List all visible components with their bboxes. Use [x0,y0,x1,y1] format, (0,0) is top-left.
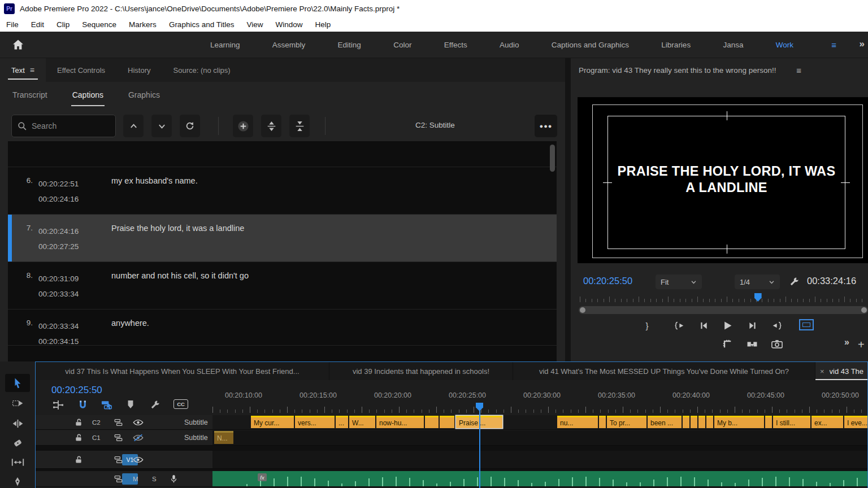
caption-clip-disabled[interactable]: N... [214,431,233,444]
workspace-tab-editing[interactable]: Editing [338,41,361,49]
caption-list-scrollbar[interactable] [550,145,555,172]
lock-icon[interactable] [75,433,83,442]
workspace-menu-icon[interactable]: ≡ [831,40,836,50]
linked-selection-toggle[interactable] [101,399,113,411]
zoom-level-select[interactable]: Fit [656,274,702,289]
source-patch-icon[interactable] [114,455,123,464]
export-frame-button[interactable] [769,336,785,352]
mute-button[interactable]: M [133,476,138,482]
slip-tool[interactable] [5,453,30,471]
track-output-eye-icon[interactable] [133,456,144,463]
caption-clip[interactable] [440,416,454,428]
caption-clip[interactable]: ex... [811,416,843,428]
caption-clip[interactable] [425,416,439,428]
captions-visibility-button[interactable]: CC [173,399,188,409]
home-button[interactable] [11,38,25,51]
search-box[interactable] [11,115,116,137]
caption-clip[interactable]: To pr... [607,416,646,428]
top-handle[interactable] [727,111,727,120]
track-v1-lane[interactable] [212,451,867,469]
caption-row[interactable]: 7.00:20:24:1600:20:27:25Praise the holy … [8,215,557,262]
program-current-timecode[interactable]: 00:20:25:50 [583,276,632,286]
pen-tool[interactable] [5,472,30,488]
audio-clip[interactable]: fx [212,471,867,486]
caption-clip[interactable]: now-hu... [376,416,424,428]
source-patch-icon[interactable] [114,474,123,483]
menu-window[interactable]: Window [269,20,309,29]
play-button[interactable] [719,317,736,333]
track-select-forward-tool[interactable] [5,394,30,412]
snap-toggle[interactable] [77,399,88,411]
search-input[interactable] [32,121,105,130]
timeline-settings-button[interactable] [150,399,160,410]
workspace-tab-learning[interactable]: Learning [210,41,240,49]
caption-text[interactable]: number and not his cell, so it didn't go [111,271,249,280]
caption-clip[interactable]: been ... [648,416,682,428]
subtab-transcript[interactable]: Transcript [12,82,47,107]
lock-icon[interactable] [75,418,83,427]
previous-caption-button[interactable] [123,115,144,137]
caption-row[interactable]: 6.00:20:22:5100:20:24:16my ex husband's … [8,167,557,215]
menu-view[interactable]: View [240,20,269,29]
right-handle[interactable] [841,182,850,183]
subtab-graphics[interactable]: Graphics [128,82,160,107]
bottom-handle[interactable] [727,245,727,254]
track-output-eye-icon[interactable] [133,419,144,426]
menu-edit[interactable]: Edit [25,20,50,29]
step-back-button[interactable] [695,317,712,333]
workspace-tab-audio[interactable]: Audio [500,41,519,49]
workspace-tab-assembly[interactable]: Assembly [272,41,306,49]
timeline-current-timecode[interactable]: 00:20:25:50 [51,385,102,396]
caption-text[interactable]: my ex husband's name. [111,176,198,185]
zoom-handle-right[interactable] [861,307,867,313]
go-to-out-button[interactable] [769,317,785,333]
close-tab-icon[interactable]: × [820,367,824,376]
source-patch-icon[interactable] [114,434,123,442]
timeline-ruler[interactable]: 00:20:10:0000:20:15:0000:20:20:0000:20:2… [212,391,867,402]
caption-clip[interactable]: W... [349,416,375,428]
caption-clip[interactable]: nu... [557,416,598,428]
subtab-captions[interactable]: Captions [72,82,103,107]
tab-source[interactable]: Source: (no clips) [162,58,242,82]
caption-clip[interactable] [765,416,772,428]
solo-button[interactable]: S [152,476,157,482]
sequence-tab-3[interactable]: vid 41 What's The Most MESSED UP Things … [513,362,815,380]
caption-clip[interactable] [599,416,606,428]
caption-clip[interactable] [683,416,689,428]
sequence-tab-4[interactable]: ×vid 43 They really sent this to the wro… [815,362,868,380]
caption-clip[interactable]: I still... [773,416,810,428]
caption-bounding-box[interactable]: PRAISE THE HOLY LORD, IT WAS A LANDLINE [607,116,845,249]
next-caption-button[interactable] [151,115,172,137]
lift-button[interactable] [719,336,736,352]
playback-resolution-select[interactable]: 1/4 [735,274,780,289]
merge-caption-button[interactable] [289,115,310,137]
workspace-tab-libraries[interactable]: Libraries [661,41,691,49]
workspace-overflow-icon[interactable]: » [860,38,865,50]
ripple-edit-tool[interactable] [5,415,30,433]
tab-effect-controls[interactable]: Effect Controls [46,58,116,82]
caption-clip[interactable]: My b... [714,416,764,428]
mark-out-button[interactable]: } [639,317,656,333]
go-to-in-button[interactable] [670,317,687,333]
menu-clip[interactable]: Clip [50,20,76,29]
caption-row[interactable]: 00:20:22:51now husband's baby photo and … [8,141,557,167]
track-c2-name[interactable]: C2 [92,419,101,426]
caption-clip[interactable] [698,416,705,428]
sequence-tab-1[interactable]: vid 37 This Is What Happens When You SLE… [36,362,329,380]
track-output-eye-off-icon[interactable] [133,434,144,442]
caption-clip[interactable]: I eve... [844,416,868,428]
caption-row[interactable]: 8.00:20:31:0900:20:33:34number and not h… [8,262,557,310]
nest-sequence-toggle[interactable] [53,399,64,411]
program-video-frame[interactable]: PRAISE THE HOLY LORD, IT WAS A LANDLINE [578,97,868,263]
program-playhead[interactable] [754,293,762,302]
tab-text[interactable]: Text ≡ [0,58,46,82]
workspace-tab-captions-and-graphics[interactable]: Captions and Graphics [552,41,629,49]
workspace-tab-effects[interactable]: Effects [444,41,467,49]
more-options-button[interactable]: ●●● [535,115,557,137]
panel-menu-icon[interactable]: ≡ [30,66,34,75]
add-marker-button[interactable] [126,399,135,409]
caption-clip[interactable] [691,416,697,428]
menu-sequence[interactable]: Sequence [76,20,123,29]
split-caption-button[interactable] [261,115,281,137]
left-handle[interactable] [603,182,612,183]
